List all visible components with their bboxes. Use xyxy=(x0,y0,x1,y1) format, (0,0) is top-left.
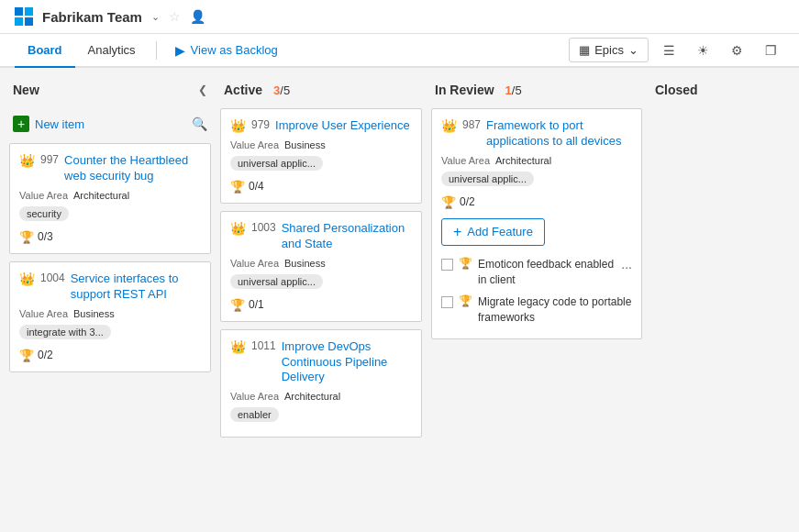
card-1004[interactable]: 👑 1004 Service interfaces to support RES… xyxy=(9,261,211,372)
crown-icon-1003: 👑 xyxy=(230,221,246,236)
value-area-1004: Business xyxy=(73,308,115,319)
card-field-1003: Value Area Business xyxy=(230,258,412,269)
epics-button[interactable]: ▦ Epics ⌄ xyxy=(569,38,649,62)
new-item-row: + New item 🔍 xyxy=(9,108,211,139)
card-1003[interactable]: 👑 1003 Shared Personalization and State … xyxy=(220,211,422,322)
feature-text-0: Emoticon feedback enabled in client xyxy=(478,257,616,288)
inreview-column-cards: 👑 987 Framework to port applications to … xyxy=(431,108,642,504)
card-id-1003: 1003 xyxy=(251,221,276,234)
filter-icon[interactable]: ☀ xyxy=(690,39,716,62)
feature-item-0: 🏆 Emoticon feedback enabled in client ..… xyxy=(441,253,632,292)
card-field-1004: Value Area Business xyxy=(19,308,201,319)
crown-icon-997: 👑 xyxy=(19,153,35,168)
column-active-header: Active 3/5 xyxy=(220,77,422,103)
column-closed-header: Closed ❯ xyxy=(651,77,799,103)
epics-grid-icon: ▦ xyxy=(579,43,590,57)
card-footer-979: 🏆 0/4 xyxy=(230,180,412,194)
card-title-1004: Service interfaces to support REST API xyxy=(71,272,201,303)
tag-1003[interactable]: universal applic... xyxy=(230,274,323,289)
feature-item-1: 🏆 Migrate legacy code to portable framew… xyxy=(441,291,632,329)
feature-text-1: Migrate legacy code to portable framewor… xyxy=(478,294,632,326)
active-count: 3/5 xyxy=(273,83,290,97)
filter-settings-icon[interactable]: ☰ xyxy=(656,39,682,62)
feature-checkbox-0[interactable] xyxy=(441,259,453,271)
feature-dots-0[interactable]: ... xyxy=(621,257,632,272)
crown-icon-1011: 👑 xyxy=(230,339,246,354)
card-field-979: Value Area Business xyxy=(230,139,412,150)
card-field-1011: Value Area Architectural xyxy=(230,391,412,402)
new-column-cards: 👑 997 Counter the Heartbleed web securit… xyxy=(9,143,211,504)
board: New ❮ + New item 🔍 👑 997 Counter the Hea… xyxy=(0,68,799,513)
inreview-count-current: 1 xyxy=(505,83,512,97)
column-new: New ❮ + New item 🔍 👑 997 Counter the Hea… xyxy=(9,77,211,504)
trophy-icon-997: 🏆 xyxy=(19,230,34,244)
column-inreview: In Review 1/5 👑 987 Framework to port ap… xyxy=(431,77,642,504)
team-name: Fabrikam Team xyxy=(42,9,142,25)
search-icon[interactable]: 🔍 xyxy=(192,116,207,131)
tag-979[interactable]: universal applic... xyxy=(230,156,323,171)
active-column-cards: 👑 979 Improve User Experience Value Area… xyxy=(220,108,422,504)
tag-1004[interactable]: integrate with 3... xyxy=(19,325,111,339)
fullscreen-icon[interactable]: ❐ xyxy=(758,39,784,62)
value-area-label-997: Value Area xyxy=(19,190,68,201)
column-closed-title: Closed xyxy=(655,83,698,97)
card-979[interactable]: 👑 979 Improve User Experience Value Area… xyxy=(220,108,422,204)
column-active: Active 3/5 👑 979 Improve User Experience… xyxy=(220,77,422,504)
person-icon[interactable]: 👤 xyxy=(190,9,205,24)
epics-chevron-icon: ⌄ xyxy=(628,43,638,57)
card-id-987: 987 xyxy=(462,118,481,131)
tab-analytics[interactable]: Analytics xyxy=(75,34,149,68)
card-1011[interactable]: 👑 1011 Improve DevOps Continuous Pipelin… xyxy=(220,329,422,438)
score-997: 0/3 xyxy=(38,230,53,243)
tag-1011[interactable]: enabler xyxy=(230,407,279,422)
add-feature-label: Add Feature xyxy=(467,225,533,238)
toolbar-divider xyxy=(156,41,157,60)
feature-checkbox-1[interactable] xyxy=(441,296,453,308)
column-closed: Closed ❯ xyxy=(651,77,799,504)
column-new-header: New ❮ xyxy=(9,77,211,103)
card-footer-997: 🏆 0/3 xyxy=(19,230,201,244)
card-footer-987: 🏆 0/2 xyxy=(441,195,632,209)
inreview-count: 1/5 xyxy=(505,83,522,97)
epics-label: Epics xyxy=(594,43,624,57)
app-header: Fabrikam Team ⌄ ☆ 👤 xyxy=(0,0,799,34)
crown-icon-1004: 👑 xyxy=(19,272,35,286)
card-997[interactable]: 👑 997 Counter the Heartbleed web securit… xyxy=(9,143,211,254)
score-979: 0/4 xyxy=(249,180,264,193)
add-feature-button[interactable]: + Add Feature xyxy=(441,218,545,246)
tag-997[interactable]: security xyxy=(19,206,69,221)
crown-icon-987: 👑 xyxy=(441,118,457,133)
feature-trophy-1: 🏆 xyxy=(459,294,472,307)
card-id-997: 997 xyxy=(40,153,59,166)
plus-icon: + xyxy=(13,116,29,132)
score-1004: 0/2 xyxy=(38,349,53,361)
card-title-1003: Shared Personalization and State xyxy=(282,221,412,252)
card-id-1011: 1011 xyxy=(251,339,276,352)
view-as-backlog-label: View as Backlog xyxy=(191,43,278,57)
score-1003: 0/1 xyxy=(249,298,264,311)
feature-trophy-0: 🏆 xyxy=(459,257,472,270)
column-new-collapse-icon[interactable]: ❮ xyxy=(198,83,207,96)
card-title-987: Framework to port applications to all de… xyxy=(486,118,632,150)
closed-column-cards xyxy=(651,108,799,504)
toolbar: Board Analytics ▶ View as Backlog ▦ Epic… xyxy=(0,34,799,68)
new-item-button[interactable]: + New item xyxy=(13,116,84,132)
card-id-979: 979 xyxy=(251,118,270,131)
team-chevron-icon[interactable]: ⌄ xyxy=(151,11,160,23)
inreview-count-total: 5 xyxy=(515,83,521,97)
trophy-icon-979: 🏆 xyxy=(230,180,245,194)
card-footer-1004: 🏆 0/2 xyxy=(19,349,201,362)
favorite-icon[interactable]: ☆ xyxy=(169,9,181,24)
card-field-987: Value Area Architectural xyxy=(441,155,632,166)
card-title-997: Counter the Heartbleed web security bug xyxy=(64,153,201,184)
card-field-997: Value Area Architectural xyxy=(19,190,201,201)
settings-icon[interactable]: ⚙ xyxy=(724,39,750,62)
backlog-icon: ▶ xyxy=(175,43,185,58)
view-as-backlog-button[interactable]: ▶ View as Backlog xyxy=(164,36,289,65)
column-new-title: New xyxy=(13,83,39,97)
value-area-label-1004: Value Area xyxy=(19,308,68,319)
tab-board[interactable]: Board xyxy=(15,34,75,68)
tag-987[interactable]: universal applic... xyxy=(441,172,534,186)
active-count-total: 5 xyxy=(283,83,290,97)
card-987[interactable]: 👑 987 Framework to port applications to … xyxy=(431,108,642,339)
